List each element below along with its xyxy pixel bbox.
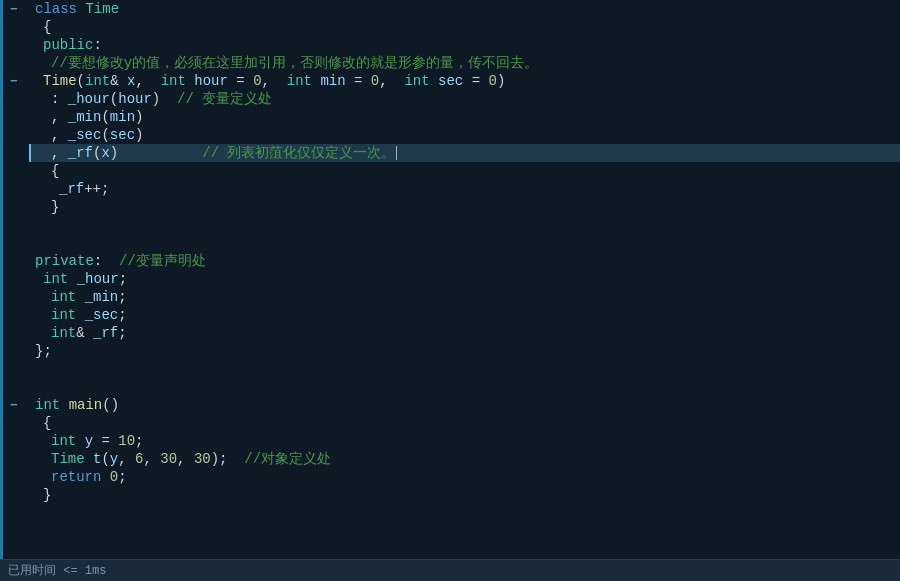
code-line: int _hour; [29,270,900,288]
token: 6 [135,450,143,468]
fold-marker [3,486,25,504]
token: ( [77,72,85,90]
token: //变量声明处 [119,252,206,270]
token: sec [438,72,463,90]
token: 0 [253,72,261,90]
token: //要想修改y的值，必须在这里加引用，否则修改的就是形参的量，传不回去。 [51,54,538,72]
indent-guide [35,18,43,36]
fold-marker [3,216,25,234]
indent-guide [35,468,43,486]
token: ; [118,306,126,324]
indent-guide [35,288,43,306]
token: int [161,72,186,90]
token: ; [118,288,126,306]
fold-marker [3,108,25,126]
token: ; [118,324,126,342]
fold-marker [3,414,25,432]
indent-guide [35,234,43,252]
code-line: private: //变量声明处 [29,252,900,270]
indent-guide [35,72,43,90]
indent-guide [43,306,51,324]
token: //对象定义处 [244,450,331,468]
fold-marker [3,54,25,72]
token: ; [119,270,127,288]
token: 0 [371,72,379,90]
token [76,306,84,324]
fold-marker [3,324,25,342]
indent-guide [43,90,51,108]
fold-marker[interactable]: − [3,0,25,18]
token [312,72,320,90]
token: int [51,306,76,324]
status-bar: 已用时间 <= 1ms [0,559,900,581]
token: 0 [110,468,118,486]
code-line: }; [29,342,900,360]
token: y [85,432,93,450]
token: ; [118,468,126,486]
fold-gutter: −−− [3,0,25,559]
fold-marker [3,252,25,270]
token: , [51,108,68,126]
code-line: public: [29,36,900,54]
code-line: } [29,198,900,216]
token: , [379,72,404,90]
code-area: −−− class Time { public: //要想修改y的值，必须在这里… [0,0,900,559]
token: _rf [59,180,84,198]
code-line: { [29,162,900,180]
token [430,72,438,90]
code-line: int& _rf; [29,324,900,342]
token: ) [110,144,202,162]
fold-marker[interactable]: − [3,72,25,90]
token: ); [211,450,245,468]
fold-marker [3,144,25,162]
token: 0 [489,72,497,90]
indent-guide [43,450,51,468]
token: // 列表初菹化仅仅定义一次。 [202,144,395,162]
indent-guide [35,108,43,126]
indent-guide [43,468,51,486]
token: , [135,72,160,90]
code-line: int main() [29,396,900,414]
token: _min [68,108,102,126]
indent-guide [35,270,43,288]
code-line [29,360,900,378]
indent-guide [43,288,51,306]
text-cursor [396,146,397,160]
code-line: Time t(y, 6, 30, 30); //对象定义处 [29,450,900,468]
token: min [110,108,135,126]
token: y [110,450,118,468]
token: t [93,450,101,468]
token: _min [85,288,119,306]
token: & [76,324,93,342]
token: 30 [194,450,211,468]
indent-guide [35,126,43,144]
code-line: class Time [29,0,900,18]
code-line: _rf++; [29,180,900,198]
code-line: return 0; [29,468,900,486]
token: & [110,72,127,90]
fold-marker [3,360,25,378]
token: { [51,162,59,180]
token: , [177,450,194,468]
fold-marker[interactable]: − [3,396,25,414]
fold-marker [3,450,25,468]
indent-guide [43,162,51,180]
token: , [118,450,135,468]
token: ; [135,432,143,450]
fold-marker [3,198,25,216]
token: Time [85,0,119,18]
indent-guide [43,54,51,72]
token: ) [135,126,143,144]
token: int [51,288,76,306]
token: private [35,252,94,270]
token: }; [35,342,52,360]
token: public [43,36,93,54]
indent-guide [43,108,51,126]
token: () [102,396,119,414]
code-line [29,378,900,396]
token: 10 [118,432,135,450]
fold-marker [3,126,25,144]
token: : [51,90,68,108]
indent-guide [43,324,51,342]
code-line: : _hour(hour) // 变量定义处 [29,90,900,108]
